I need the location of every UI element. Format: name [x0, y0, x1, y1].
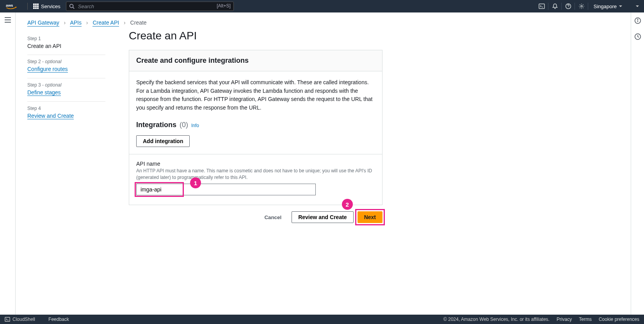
api-name-input[interactable]	[136, 184, 316, 195]
step-header: Step 1	[27, 36, 105, 41]
left-gutter	[0, 12, 16, 315]
step-link-review-create[interactable]: Review and Create	[27, 113, 74, 119]
region-label: Singapore	[594, 4, 617, 9]
annotation-badge-2: 2	[342, 199, 353, 210]
svg-text:aws: aws	[6, 3, 13, 7]
chevron-down-icon	[636, 5, 639, 7]
bell-icon[interactable]	[548, 0, 562, 12]
panel-header: Create and configure integrations	[129, 50, 382, 71]
step-link-configure-routes[interactable]: Configure routes	[27, 66, 68, 73]
search-input[interactable]	[66, 2, 234, 11]
search-wrap: [Alt+S]	[66, 2, 234, 11]
feedback-link[interactable]: Feedback	[48, 317, 69, 322]
step-4: Step 4 Review and Create	[27, 102, 105, 125]
breadcrumb-apis[interactable]: APIs	[70, 19, 82, 27]
svg-point-11	[637, 19, 638, 19]
api-name-hint: An HTTP API must have a name. This name …	[136, 168, 375, 181]
grid-icon	[33, 4, 39, 9]
gear-icon[interactable]	[575, 0, 588, 12]
integrations-panel: Create and configure integrations Specif…	[129, 50, 382, 205]
cancel-button[interactable]: Cancel	[258, 211, 288, 223]
breadcrumb-api-gateway[interactable]: API Gateway	[27, 19, 59, 27]
privacy-link[interactable]: Privacy	[557, 317, 572, 322]
step-header: Step 3 - optional	[27, 82, 105, 88]
cloudshell-icon[interactable]	[535, 0, 548, 12]
cookie-preferences-link[interactable]: Cookie preferences	[599, 317, 639, 322]
wizard-steps: Step 1 Create an API Step 2 - optional C…	[27, 30, 105, 223]
step-1: Step 1 Create an API	[27, 32, 105, 55]
review-and-create-button[interactable]: Review and Create	[292, 211, 354, 223]
content: Create an API Create and configure integ…	[129, 30, 382, 223]
terms-link[interactable]: Terms	[579, 317, 592, 322]
cloudshell-link[interactable]: CloudShell	[5, 317, 35, 322]
footer: CloudShell Feedback © 2024, Amazon Web S…	[0, 315, 644, 324]
info-link[interactable]: Info	[191, 123, 199, 128]
breadcrumb-current: Create	[130, 19, 147, 26]
breadcrumb-create-api[interactable]: Create API	[93, 19, 119, 27]
hamburger-icon[interactable]	[5, 17, 11, 24]
chevron-right-icon: ›	[83, 19, 91, 26]
next-button[interactable]: Next	[358, 211, 382, 223]
svg-rect-13	[5, 317, 10, 322]
page-title: Create an API	[129, 30, 382, 42]
aws-logo[interactable]: aws	[0, 3, 23, 10]
step-header: Step 4	[27, 106, 105, 111]
breadcrumb: API Gateway › APIs › Create API › Create	[16, 12, 631, 30]
account-menu[interactable]	[631, 5, 644, 7]
services-label: Services	[41, 4, 60, 9]
svg-rect-3	[539, 4, 544, 9]
help-icon[interactable]	[562, 0, 575, 12]
add-integration-button[interactable]: Add integration	[136, 135, 190, 147]
right-gutter	[631, 12, 644, 315]
services-menu[interactable]: Services	[32, 4, 62, 9]
chevron-right-icon: ›	[121, 19, 129, 26]
svg-point-5	[581, 5, 582, 7]
history-icon[interactable]	[634, 33, 641, 41]
panel-description: Specify the backend services that your A…	[136, 78, 375, 112]
chevron-right-icon: ›	[61, 19, 69, 26]
api-name-section: API name An HTTP API must have a name. T…	[129, 154, 382, 205]
main: API Gateway › APIs › Create API › Create…	[16, 12, 631, 315]
step-3: Step 3 - optional Define stages	[27, 78, 105, 102]
integrations-heading: Integrations (0) Info	[136, 121, 375, 129]
search-shortcut: [Alt+S]	[217, 3, 231, 9]
step-2: Step 2 - optional Configure routes	[27, 55, 105, 78]
top-nav: aws Services [Alt+S] Singapore	[0, 0, 644, 12]
step-current-label: Create an API	[27, 43, 105, 49]
actions-row: Cancel Review and Create Next 2	[129, 211, 382, 223]
info-panel-icon[interactable]	[634, 17, 641, 25]
copyright: © 2024, Amazon Web Services, Inc. or its…	[443, 317, 550, 322]
step-link-define-stages[interactable]: Define stages	[27, 89, 61, 96]
top-icons: Singapore	[535, 0, 631, 12]
chevron-down-icon	[619, 5, 622, 7]
region-selector[interactable]: Singapore	[588, 4, 628, 9]
integrations-count: (0)	[180, 121, 188, 129]
step-header: Step 2 - optional	[27, 59, 105, 64]
api-name-label: API name	[136, 161, 375, 167]
